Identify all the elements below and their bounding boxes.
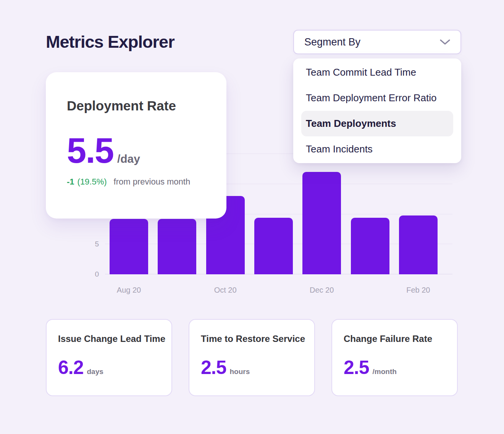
change-failure-rate-card: Change Failure Rate 2.5 /month <box>331 319 458 396</box>
delta-percent: (19.5%) <box>78 177 107 187</box>
x-axis-tick: Oct 20 <box>214 286 237 295</box>
y-axis-tick-0: 0 <box>85 270 99 279</box>
metric-value-row: 5.5 /day <box>67 133 140 168</box>
delta-value: -1 <box>67 177 74 187</box>
y-axis-tick-5: 5 <box>85 240 99 249</box>
summary-card-value-row: 2.5 /month <box>344 358 397 377</box>
summary-card-value: 6.2 <box>58 358 84 377</box>
metric-title: Deployment Rate <box>67 98 176 113</box>
summary-card-value-row: 6.2 days <box>58 358 103 377</box>
chevron-down-icon <box>439 39 451 45</box>
summary-card-title: Issue Change Lead Time <box>58 334 165 344</box>
x-axis-tick: Aug 20 <box>117 286 141 295</box>
deployment-rate-card: Deployment Rate 5.5 /day -1 (19.5%) from… <box>46 72 226 219</box>
deployments-bar-4 <box>302 172 341 274</box>
metric-unit: /day <box>117 152 140 165</box>
summary-card-title: Change Failure Rate <box>344 334 432 344</box>
menu-item-team-deployments[interactable]: Team Deployments <box>301 111 453 136</box>
summary-card-unit: /month <box>373 368 397 376</box>
deployments-bar-1 <box>158 219 196 274</box>
segment-by-label: Segment By <box>304 36 360 48</box>
menu-item-team-commit-lead-time[interactable]: Team Commit Lead Time <box>301 60 453 85</box>
metrics-explorer-page: Metrics Explorer 50Aug 20Oct 20Dec 20Feb… <box>0 0 504 434</box>
delta-caption: from previous month <box>114 177 191 187</box>
x-axis-tick: Feb 20 <box>406 286 430 295</box>
summary-card-value: 2.5 <box>201 358 226 377</box>
menu-item-team-deployment-error-ratio[interactable]: Team Deployment Error Ratio <box>301 85 453 111</box>
x-axis-tick: Dec 20 <box>310 286 334 295</box>
summary-card-title: Time to Restore Service <box>201 334 305 344</box>
deployments-bar-5 <box>351 218 389 274</box>
segment-by-dropdown[interactable]: Segment By <box>293 30 461 54</box>
menu-item-team-incidents[interactable]: Team Incidents <box>301 136 453 162</box>
summary-card-value: 2.5 <box>344 358 369 377</box>
metric-value: 5.5 <box>67 133 113 168</box>
deployments-bar-6 <box>399 215 438 274</box>
segment-by-menu: Team Commit Lead Time Team Deployment Er… <box>293 58 461 163</box>
deployments-bar-3 <box>254 218 293 274</box>
page-title: Metrics Explorer <box>46 32 174 52</box>
deployments-bar-0 <box>110 219 148 274</box>
time-to-restore-service-card: Time to Restore Service 2.5 hours <box>189 319 315 396</box>
issue-change-lead-time-card: Issue Change Lead Time 6.2 days <box>46 319 172 396</box>
metric-delta-row: -1 (19.5%) from previous month <box>67 177 190 187</box>
summary-card-unit: hours <box>230 368 250 376</box>
summary-card-value-row: 2.5 hours <box>201 358 250 377</box>
summary-card-unit: days <box>87 368 103 376</box>
